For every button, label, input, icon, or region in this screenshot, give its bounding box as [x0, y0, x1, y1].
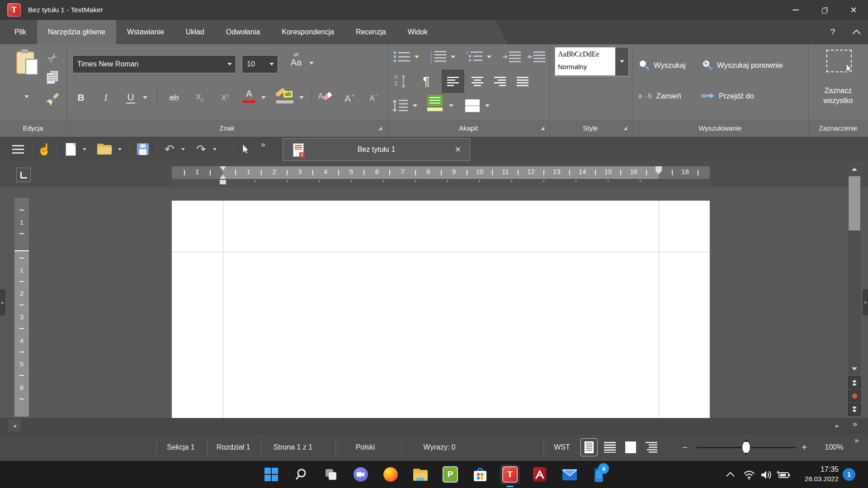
- search-button[interactable]: [291, 465, 311, 484]
- browse-object-button[interactable]: [848, 389, 861, 402]
- bold-button[interactable]: B: [72, 87, 90, 108]
- first-line-indent-marker[interactable]: [220, 166, 226, 171]
- microsoft-store-button[interactable]: [470, 465, 490, 484]
- zoom-slider-thumb[interactable]: [742, 441, 750, 453]
- multilevel-list-dropdown[interactable]: [484, 48, 494, 66]
- paste-button[interactable]: [15, 49, 39, 78]
- change-case-button[interactable]: ⇄ Aa: [286, 52, 306, 73]
- borders-button[interactable]: [463, 96, 481, 116]
- new-document-dropdown[interactable]: [80, 139, 89, 159]
- tab-korespondencja[interactable]: Korespondencja: [271, 20, 345, 44]
- save-button[interactable]: [133, 139, 153, 159]
- redo-dropdown[interactable]: [211, 139, 219, 159]
- close-button[interactable]: ×: [839, 0, 868, 20]
- status-word-count[interactable]: Wyrazy: 0: [424, 433, 456, 461]
- acrobat-button[interactable]: [530, 465, 550, 484]
- strikethrough-button[interactable]: ab: [162, 87, 186, 108]
- goto-button[interactable]: Przejdź do: [700, 88, 772, 104]
- open-dropdown[interactable]: [116, 139, 124, 159]
- shading-button[interactable]: [427, 95, 445, 117]
- numbered-list-dropdown[interactable]: [448, 48, 458, 66]
- left-panel-expander[interactable]: ▸: [0, 289, 5, 315]
- remove-formatting-button[interactable]: A: [316, 87, 336, 108]
- tab-wstawianie[interactable]: Wstawianie: [116, 20, 175, 44]
- line-spacing-button[interactable]: [391, 96, 409, 116]
- dialog-launcher-akapit[interactable]: [541, 127, 544, 130]
- scroll-down-button[interactable]: [848, 362, 861, 375]
- bullet-list-button[interactable]: [393, 48, 411, 66]
- highlight-dropdown[interactable]: [297, 87, 306, 108]
- superscript-button[interactable]: X2: [215, 87, 236, 108]
- italic-button[interactable]: I: [97, 87, 115, 108]
- zoom-level[interactable]: 100%: [825, 433, 844, 461]
- tab-plik[interactable]: Plik: [4, 20, 37, 44]
- pilcrow-button[interactable]: ¶: [416, 70, 436, 92]
- next-object-button[interactable]: [848, 403, 861, 416]
- select-all-button[interactable]: Zaznacz wszystko: [808, 44, 868, 117]
- increase-indent-button[interactable]: [501, 48, 522, 66]
- document-page[interactable]: [172, 201, 710, 418]
- mail-button[interactable]: [560, 465, 580, 484]
- font-name-combo[interactable]: Times New Roman: [72, 55, 236, 73]
- document-tab-close-button[interactable]: ×: [450, 139, 466, 160]
- scroll-up-button[interactable]: [848, 163, 861, 175]
- shading-dropdown[interactable]: [446, 96, 456, 116]
- underline-dropdown[interactable]: [141, 87, 150, 108]
- document-tab[interactable]: T Bez tytułu 1 ×: [283, 138, 470, 161]
- justify-button[interactable]: [512, 70, 533, 93]
- format-painter-button[interactable]: [44, 90, 61, 108]
- scroll-right-button[interactable]: ▸: [831, 419, 844, 432]
- zoom-out-button[interactable]: −: [678, 441, 692, 454]
- style-preview-card[interactable]: AaBbCcDdEe Normalny: [555, 47, 615, 75]
- reduce-font-button[interactable]: A−: [364, 87, 384, 108]
- statusbar-overflow-button[interactable]: »: [851, 436, 863, 446]
- undo-dropdown[interactable]: [179, 139, 187, 159]
- enlarge-font-button[interactable]: A+: [340, 87, 359, 108]
- left-indent-marker[interactable]: [220, 180, 226, 184]
- tray-expand-button[interactable]: [722, 467, 738, 483]
- line-spacing-dropdown[interactable]: [410, 96, 420, 116]
- your-phone-button[interactable]: 4: [590, 465, 609, 484]
- tab-selector-button[interactable]: [16, 168, 31, 182]
- right-indent-marker[interactable]: [656, 166, 662, 174]
- collapse-ribbon-button[interactable]: [846, 20, 866, 44]
- chat-button[interactable]: [351, 465, 371, 484]
- volume-indicator[interactable]: [759, 467, 774, 483]
- scroll-left-button[interactable]: ◂: [8, 419, 21, 432]
- highlight-button[interactable]: ab: [273, 86, 298, 108]
- font-size-combo[interactable]: 10: [242, 55, 278, 73]
- copy-button[interactable]: [45, 70, 61, 86]
- touch-mode-button[interactable]: ☝: [35, 139, 53, 159]
- open-button[interactable]: [94, 139, 115, 159]
- align-right-button[interactable]: [490, 70, 510, 93]
- status-section[interactable]: Sekcja 1: [167, 433, 194, 461]
- minimize-button[interactable]: [781, 0, 810, 20]
- paste-dropdown[interactable]: [20, 93, 33, 100]
- align-center-button[interactable]: [467, 70, 488, 93]
- start-button[interactable]: [261, 465, 281, 484]
- underline-button[interactable]: U: [122, 87, 140, 108]
- restore-button[interactable]: [810, 0, 839, 20]
- outline-view-button[interactable]: [643, 438, 660, 456]
- replace-button[interactable]: a→b Zamień: [637, 88, 695, 104]
- tab-odwo-ania[interactable]: Odwołania: [215, 20, 271, 44]
- battery-indicator[interactable]: [775, 467, 792, 483]
- dialog-launcher-znak[interactable]: [378, 127, 382, 130]
- insert-mode-toggle[interactable]: WST: [554, 433, 570, 461]
- normal-view-button[interactable]: [601, 438, 618, 456]
- toolbar-overflow-button[interactable]: »: [258, 140, 269, 149]
- bullet-list-dropdown[interactable]: [412, 48, 422, 66]
- subscript-button[interactable]: X2: [189, 87, 210, 108]
- zoom-in-button[interactable]: +: [797, 441, 811, 454]
- task-view-button[interactable]: [321, 465, 341, 484]
- find-again-button[interactable]: Wyszukaj ponownie: [702, 57, 806, 73]
- object-mode-button[interactable]: [237, 139, 255, 159]
- numbered-list-button[interactable]: 1234: [429, 48, 447, 66]
- firefox-button[interactable]: [381, 465, 401, 484]
- redo-button[interactable]: ↷: [193, 139, 210, 159]
- style-gallery[interactable]: AaBbCcDdEe Normalny: [555, 47, 629, 77]
- help-button[interactable]: ?: [823, 20, 843, 44]
- page-view-button[interactable]: [580, 438, 598, 456]
- font-color-button[interactable]: A: [240, 88, 258, 108]
- font-color-dropdown[interactable]: [259, 87, 268, 108]
